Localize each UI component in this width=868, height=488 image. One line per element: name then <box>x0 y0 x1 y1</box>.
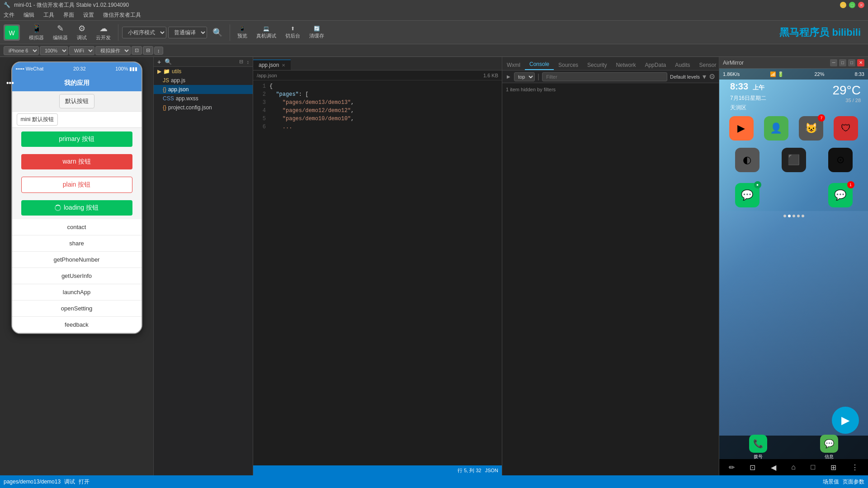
sort-icon[interactable]: ↕ <box>247 59 250 65</box>
tab-wxml[interactable]: Wxml <box>502 60 525 70</box>
breadcrumb: /app.json 1.6 KB <box>253 70 502 80</box>
menu-file[interactable]: 文件 <box>2 10 16 20</box>
tab-close-icon[interactable]: ✕ <box>282 63 285 68</box>
hidden-items-notice: 1 item hidden by filters <box>502 85 719 94</box>
bottom-app-phone[interactable]: 📞 拨号 <box>749 435 767 460</box>
maximize-button[interactable]: □ <box>849 2 855 8</box>
feedback-button[interactable]: feedback <box>12 317 142 333</box>
context-selector[interactable]: top <box>514 72 535 81</box>
app-wechat2[interactable]: 💬 1 <box>828 183 853 207</box>
share-button[interactable]: share <box>12 235 142 252</box>
open-setting-button[interactable]: openSetting <box>12 300 142 317</box>
nav-grid-icon[interactable]: ⊞ <box>827 461 840 474</box>
menu-edit[interactable]: 编辑 <box>22 10 36 20</box>
app-camera[interactable]: ⊙ <box>828 148 853 172</box>
tab-network[interactable]: Network <box>611 60 640 70</box>
json-icon: {} <box>163 86 166 93</box>
wechat2-icon: 💬 <box>834 189 846 201</box>
toolbar-clear[interactable]: 🔄 清缓存 <box>306 24 328 41</box>
collapse-icon[interactable]: ⊟ <box>239 59 243 65</box>
nav-bar: ✏ ⊡ ◀ ⌂ □ ⊞ ⋮ <box>719 459 868 475</box>
tab-security[interactable]: Security <box>583 60 611 70</box>
file-project-config[interactable]: {} project.config.json <box>154 103 253 112</box>
action-selector[interactable]: 模拟操作 <box>95 46 131 55</box>
primary-button[interactable]: primary 按钮 <box>21 131 132 147</box>
airmirror-restore[interactable]: □ <box>839 59 846 66</box>
resize-btn[interactable]: ↕ <box>154 47 163 55</box>
file-app-wxss[interactable]: CSS app.wxss <box>154 94 253 103</box>
tab-console[interactable]: Console <box>525 59 554 70</box>
app-wechat1[interactable]: 💬 ● <box>735 183 760 207</box>
mini-button[interactable]: mini 默认按钮 <box>17 113 58 126</box>
airmirror-close[interactable]: ✕ <box>857 59 864 66</box>
app-toggle[interactable]: ◐ <box>735 148 760 172</box>
nav-more-icon[interactable]: ⋮ <box>848 461 862 474</box>
bilibili-float-button[interactable]: ▶ <box>832 407 859 434</box>
get-phone-button[interactable]: getPhoneNumber <box>12 252 142 268</box>
menu-settings[interactable]: 设置 <box>81 10 96 20</box>
shield-icon: 🛡 <box>841 122 851 134</box>
zoom-selector[interactable]: 100% <box>40 46 68 55</box>
rotate-btn[interactable]: ⊡ <box>132 46 142 55</box>
warn-button[interactable]: warn 按钮 <box>21 154 132 169</box>
toolbar-search[interactable]: 🔍 <box>209 26 226 39</box>
airmirror-maximize[interactable]: □ <box>848 59 855 66</box>
editor-tab-app-json[interactable]: app.json ✕ <box>253 60 291 70</box>
tab-audits[interactable]: Audits <box>670 60 694 70</box>
folder-utils[interactable]: ▶ 📁 utils <box>154 67 253 76</box>
menu-tools[interactable]: 工具 <box>42 10 56 20</box>
toolbar-preview[interactable]: 📱 预览 <box>234 24 251 41</box>
settings-icon[interactable]: ⚙ <box>709 72 715 81</box>
app-dark[interactable]: ⬛ <box>782 148 806 172</box>
app-person[interactable]: 👤 <box>764 116 788 141</box>
airmirror-minimize[interactable]: ─ <box>830 59 837 66</box>
screen-location: 天润区 <box>723 103 774 113</box>
launch-app-button[interactable]: launchApp <box>12 284 142 300</box>
file-app-json[interactable]: {} app.json <box>154 85 253 94</box>
menu-view[interactable]: 界面 <box>61 10 76 20</box>
mode-selector[interactable]: 小程序模式 <box>122 27 166 38</box>
toolbar-cloud[interactable]: ☁ 云开发 <box>92 22 114 43</box>
tab-sources[interactable]: Sources <box>554 60 583 70</box>
menu-wechat-dev[interactable]: 微信开发者工具 <box>101 10 143 20</box>
screen-date: 7月16日星期二 <box>723 94 774 103</box>
search-file-icon[interactable]: 🔍 <box>165 58 172 65</box>
config-icon: {} <box>163 104 166 111</box>
tab-name: app.json <box>259 62 279 68</box>
flip-btn[interactable]: ⊟ <box>143 46 153 55</box>
minimize-button[interactable]: ─ <box>840 2 846 8</box>
compile-selector[interactable]: 普通编译 <box>168 27 207 38</box>
nav-recent-icon[interactable]: ⊡ <box>746 461 759 474</box>
app-shield[interactable]: 🛡 <box>834 116 858 141</box>
tab-appdata[interactable]: AppData <box>640 60 670 70</box>
file-app-js[interactable]: JS app.js <box>154 76 253 85</box>
default-button[interactable]: 默认按钮 <box>59 94 94 108</box>
toolbar-simulator[interactable]: 📱 模拟器 <box>25 22 47 43</box>
add-file-icon[interactable]: + <box>157 58 161 66</box>
tab-sensor[interactable]: Sensor <box>695 60 719 70</box>
get-user-button[interactable]: getUserInfo <box>12 268 142 284</box>
nav-back2-icon[interactable]: ◀ <box>767 461 780 474</box>
nav-square-icon[interactable]: □ <box>807 461 819 473</box>
close-button[interactable]: ✕ <box>858 2 864 8</box>
plain-button[interactable]: plain 按钮 <box>21 177 132 193</box>
bottom-app-message[interactable]: 💬 信息 <box>820 435 838 460</box>
nav-back-icon[interactable]: ✏ <box>725 461 738 474</box>
network-selector[interactable]: WiFi <box>69 46 94 55</box>
device-selector[interactable]: iPhone 6 <box>4 46 39 55</box>
console-filter[interactable] <box>542 72 667 81</box>
toolbar-right: 黑马程序员 bilibili <box>779 26 864 39</box>
toolbar-debug[interactable]: ⚙ 调试 <box>73 22 90 43</box>
file-tree-panel: + 🔍 ⊟ ↕ ▶ 📁 utils JS app.js {} app.json … <box>154 57 253 475</box>
app-cat[interactable]: 😺 7 <box>799 116 823 141</box>
toolbar-background[interactable]: ⬆ 切后台 <box>282 24 304 41</box>
app-play[interactable]: ▶ <box>729 116 754 141</box>
contact-button[interactable]: contact <box>12 219 142 235</box>
nav-home-icon[interactable]: ⌂ <box>788 461 799 473</box>
loading-button[interactable]: loading 按钮 <box>21 200 132 216</box>
devtools-content: 1 item hidden by filters <box>502 83 719 475</box>
toolbar-editor[interactable]: ✎ 编辑器 <box>49 22 71 43</box>
devtools-toolbar: ▶ top | Default levels ▾ ⚙ <box>502 70 719 83</box>
toolbar-real-debug[interactable]: 💻 真机调试 <box>253 24 280 41</box>
airmirror-title-label: AirMirror <box>723 60 830 66</box>
